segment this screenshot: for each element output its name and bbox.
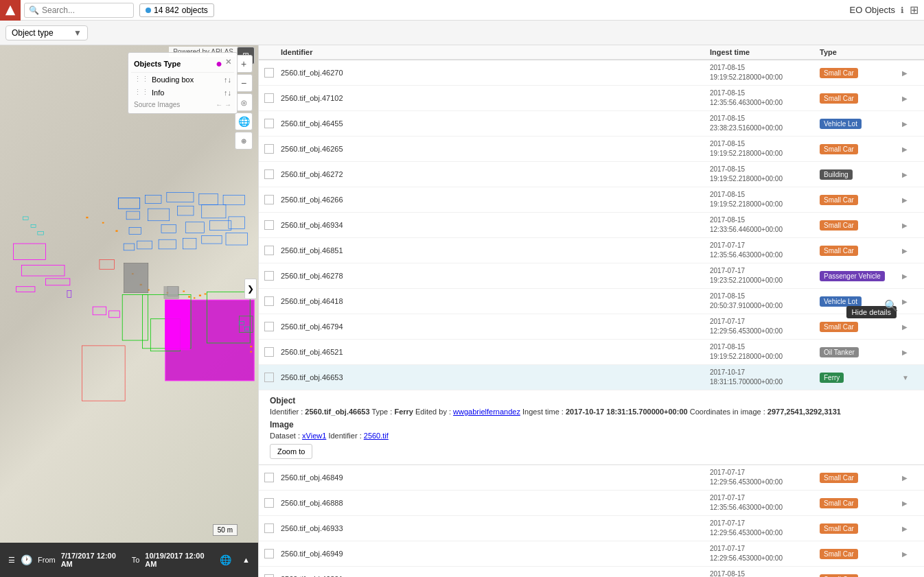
ot-drag-icon2: ⋮⋮: [134, 88, 149, 97]
table-row[interactable]: 2560.tif_obj.46794 2017-07-1712:29:56.45…: [259, 314, 924, 340]
ot-down-icon[interactable]: ↓: [228, 75, 232, 84]
row-checkbox[interactable]: [264, 498, 274, 508]
row-checkbox[interactable]: [264, 144, 274, 154]
row-type-badge: Small Car: [820, 523, 902, 534]
zoom-to-button[interactable]: Zoom to: [270, 444, 312, 459]
row-ingest-time: 2017-08-1519:19:52.218000+00:00: [710, 190, 820, 209]
row-checkbox[interactable]: [264, 195, 274, 204]
second-bar: Object type ▼: [0, 21, 924, 45]
col-checkbox-header: [264, 48, 281, 56]
svg-rect-23: [137, 241, 152, 249]
table-row[interactable]: 2560.tif_obj.46301 2017-08-1519:33:52.06…: [259, 567, 924, 577]
object-type-dropdown[interactable]: Object type ▼: [5, 25, 88, 40]
table-row[interactable]: 2560.tif_obj.46653 2017-10-1718:31:15.70…: [259, 365, 924, 390]
row-identifier: 2560.tif_obj.46266: [281, 196, 710, 204]
row-ingest-time: 2017-08-1519:33:52.068000+00:00: [710, 569, 820, 577]
top-bar: 🔍 14 842 objects EO Objects ℹ ⊞: [0, 0, 924, 21]
row-checkbox[interactable]: [264, 119, 274, 128]
row-type-badge: Small Car: [820, 220, 902, 231]
row-expand-chevron[interactable]: ▶: [902, 349, 919, 356]
table-row[interactable]: 2560.tif_obj.46266 2017-08-1519:19:52.21…: [259, 187, 924, 213]
row-expand-chevron[interactable]: ▶: [902, 499, 919, 507]
row-checkbox[interactable]: [264, 169, 274, 179]
table-header: Identifier Ingest time Type: [259, 45, 924, 60]
search-box[interactable]: 🔍: [24, 3, 134, 18]
table-row[interactable]: 2560.tif_obj.46272 2017-08-1519:19:52.21…: [259, 162, 924, 187]
detail-dataset-value[interactable]: xView1: [302, 432, 326, 440]
search-input[interactable]: [42, 5, 131, 15]
detail-edited-value[interactable]: wwgabrielfernandez: [453, 408, 520, 416]
row-expand-chevron[interactable]: ▶: [902, 222, 919, 229]
table-row[interactable]: 2560.tif_obj.46888 2017-07-1712:35:56.46…: [259, 491, 924, 516]
row-checkbox[interactable]: [264, 322, 274, 331]
row-expand-chevron[interactable]: ▶: [902, 120, 919, 128]
table-row[interactable]: 2560.tif_obj.46265 2017-08-1519:19:52.21…: [259, 137, 924, 162]
row-expand-chevron[interactable]: ▶: [902, 550, 919, 558]
table-row[interactable]: 2560.tif_obj.46455 2017-08-1523:38:23.51…: [259, 111, 924, 137]
table-row[interactable]: 2560.tif_obj.47102 2017-08-1512:35:56.46…: [259, 86, 924, 111]
table-row[interactable]: 2560.tif_obj.46934 2017-08-1512:33:56.44…: [259, 213, 924, 238]
row-checkbox[interactable]: [264, 523, 274, 533]
row-expand-chevron[interactable]: ▶: [902, 69, 919, 77]
table-row[interactable]: 2560.tif_obj.46933 2017-07-1712:29:56.45…: [259, 516, 924, 541]
svg-rect-45: [250, 346, 252, 347]
timeline-expand-icon[interactable]: ▲: [242, 556, 250, 564]
row-checkbox[interactable]: [264, 373, 274, 382]
table-row[interactable]: 2560.tif_obj.46278 2017-07-1719:23:52.21…: [259, 263, 924, 289]
table-row[interactable]: 2560.tif_obj.46521 2017-08-1519:19:52.21…: [259, 340, 924, 365]
timeline-menu-icon[interactable]: ☰: [8, 556, 15, 565]
row-expand-chevron[interactable]: ▶: [902, 474, 919, 482]
timeline-globe-icon[interactable]: 🌐: [220, 554, 231, 565]
row-identifier: 2560.tif_obj.46265: [281, 145, 710, 153]
row-checkbox[interactable]: [264, 271, 274, 281]
row-expand-chevron[interactable]: ▶: [902, 171, 919, 178]
row-checkbox[interactable]: [264, 246, 274, 255]
info-icon[interactable]: ℹ: [901, 5, 904, 15]
row-expand-chevron[interactable]: ▶: [902, 323, 919, 331]
row-expand-chevron[interactable]: ▶: [902, 145, 919, 153]
expand-panel-button[interactable]: ❯: [244, 279, 257, 299]
row-expand-chevron[interactable]: ▶: [902, 95, 919, 102]
map-area[interactable]: [0, 45, 258, 543]
svg-rect-37: [140, 284, 142, 285]
object-type-label: Object type: [12, 28, 54, 38]
table-row[interactable]: 2560.tif_obj.46949 2017-07-1712:29:56.45…: [259, 541, 924, 567]
row-checkbox[interactable]: [264, 549, 274, 558]
svg-rect-6: [109, 311, 120, 318]
row-expand-chevron[interactable]: ▶: [902, 298, 919, 305]
table-row[interactable]: 2560.tif_obj.46270 2017-08-1519:19:52.21…: [259, 60, 924, 86]
row-expand-chevron[interactable]: ▼: [902, 374, 919, 381]
ot-info-label: Info: [152, 89, 224, 97]
detail-panel: Object Identifier : 2560.tif_obj.46653 T…: [259, 390, 924, 465]
svg-rect-48: [31, 225, 36, 228]
search-magnifier-icon[interactable]: 🔍: [884, 299, 898, 312]
ot-drag-icon: ⋮⋮: [134, 75, 149, 84]
svg-rect-28: [122, 294, 148, 340]
row-type-badge: Small Car: [820, 93, 902, 104]
row-expand-chevron[interactable]: ▶: [902, 247, 919, 255]
row-checkbox[interactable]: [264, 93, 274, 103]
row-ingest-time: 2017-07-1719:23:52.210000+00:00: [710, 266, 820, 285]
row-checkbox[interactable]: [264, 220, 274, 230]
row-expand-chevron[interactable]: ▶: [902, 525, 919, 532]
table-row[interactable]: 2560.tif_obj.46418 2017-08-1520:50:37.91…: [259, 289, 924, 314]
svg-rect-5: [93, 307, 106, 315]
row-expand-chevron[interactable]: ▶: [902, 272, 919, 280]
row-checkbox[interactable]: [264, 574, 274, 577]
row-checkbox[interactable]: [264, 473, 274, 482]
detail-image-id-value[interactable]: 2560.tif: [364, 432, 389, 440]
grid-icon[interactable]: ⊞: [910, 3, 919, 16]
table-row[interactable]: 2560.tif_obj.46851 2017-07-1712:35:56.46…: [259, 238, 924, 263]
ot-down-icon2[interactable]: ↓: [228, 89, 232, 97]
row-checkbox[interactable]: [264, 296, 274, 306]
zoom-extent-button[interactable]: ⊕: [235, 132, 253, 150]
map-canvas[interactable]: [0, 45, 258, 543]
globe-button[interactable]: 🌐: [235, 113, 253, 130]
svg-rect-32: [240, 316, 253, 333]
ot-close-icon[interactable]: ✕: [225, 58, 231, 70]
row-expand-chevron[interactable]: ▶: [902, 196, 919, 204]
row-checkbox[interactable]: [264, 347, 274, 357]
table-row[interactable]: 2560.tif_obj.46849 2017-07-1712:29:56.45…: [259, 465, 924, 491]
row-identifier: 2560.tif_obj.46934: [281, 221, 710, 229]
row-checkbox[interactable]: [264, 68, 274, 78]
